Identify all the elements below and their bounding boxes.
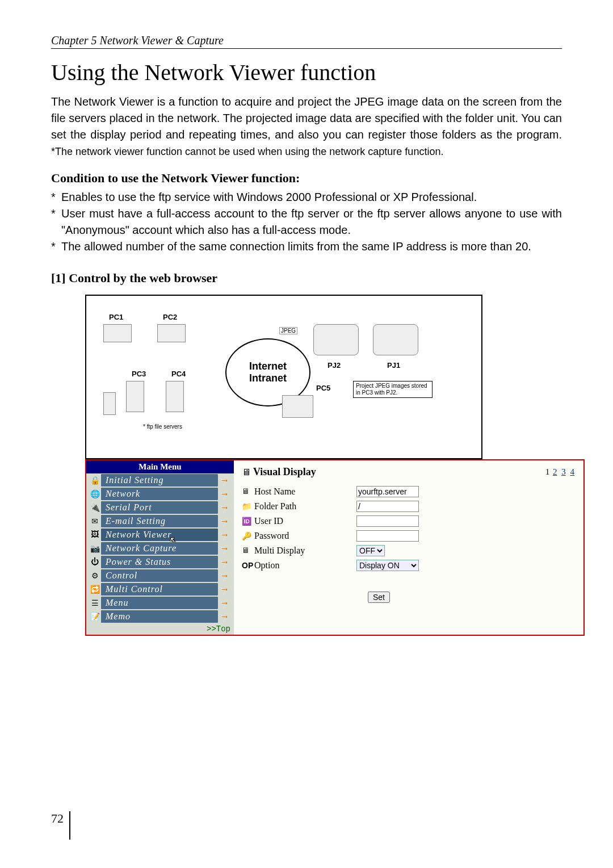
pager-current: 1 (545, 467, 550, 476)
projector-icon (313, 324, 359, 355)
ftp-note: * ftp file servers (143, 423, 182, 430)
arrow-right-icon: → (218, 530, 232, 540)
option-icon: OP (242, 561, 254, 570)
pj1-label: PJ1 (387, 361, 400, 370)
memo-icon: 📝 (89, 611, 101, 622)
content-title: Visual Display (253, 466, 545, 478)
projection-note: Project JPEG images stored in PC3 with P… (353, 381, 433, 398)
projector-icon (373, 324, 418, 355)
arrow-right-icon: → (218, 557, 232, 567)
arrow-right-icon: → (218, 543, 232, 553)
set-button[interactable]: Set (368, 592, 390, 603)
top-link[interactable]: >>Top (86, 623, 234, 635)
pc4-label: PC4 (171, 370, 186, 378)
mail-icon: ✉ (89, 516, 101, 526)
condition-item: *Enables to use the ftp service with Win… (51, 189, 562, 206)
subsection-heading: [1] Control by the web browser (51, 271, 562, 286)
viewer-icon: 🖼 (89, 530, 101, 540)
sidebar-item-menu[interactable]: ☰Menu→ (86, 596, 234, 610)
host-name-label: Host Name (254, 487, 356, 497)
host-icon: 🖥 (242, 487, 254, 496)
arrow-right-icon: → (218, 571, 232, 581)
network-icon: 🌐 (89, 489, 101, 499)
user-icon: 🆔 (242, 517, 254, 526)
laptop-icon (282, 395, 313, 418)
multi-icon: 🔁 (89, 584, 101, 594)
password-input[interactable] (356, 530, 419, 542)
display-icon: 🖥 (242, 467, 251, 477)
pager-link-4[interactable]: 4 (570, 467, 575, 476)
pc3-label: PC3 (132, 370, 146, 378)
sidebar-item-network-viewer[interactable]: 🖼Network Viewer→↖ (86, 528, 234, 542)
page-title: Using the Network Viewer function (51, 59, 562, 86)
pager: 1 2 3 4 (545, 467, 576, 477)
condition-heading: Condition to use the Network Viewer func… (51, 171, 562, 186)
sidebar-item-serial-port[interactable]: 🔌Serial Port→ (86, 501, 234, 514)
sidebar-item-control[interactable]: ⚙Control→ (86, 569, 234, 582)
arrow-right-icon: → (218, 489, 232, 499)
menu-icon: ☰ (89, 598, 101, 608)
main-menu-sidebar: Main Menu 🔒Initial Setting→ 🌐Network→ 🔌S… (86, 460, 234, 635)
sidebar-item-power-status[interactable]: ⏻Power & Status→ (86, 555, 234, 569)
sidebar-header: Main Menu (86, 460, 234, 473)
visual-display-form: 🖥 Visual Display 1 2 3 4 🖥 Host Name 📁 F… (234, 460, 583, 635)
laptop-icon (103, 324, 132, 342)
user-id-label: User ID (254, 516, 356, 526)
multi-display-label: Multi Display (254, 546, 356, 556)
pc2-label: PC2 (163, 313, 177, 321)
intro-text: The Network Viewer is a function to acqu… (51, 95, 562, 141)
port-icon: 🔌 (89, 502, 101, 513)
arrow-right-icon: → (218, 598, 232, 608)
gear-icon: ⚙ (89, 571, 101, 581)
user-id-input[interactable] (356, 515, 419, 527)
lock-icon: 🔒 (89, 475, 101, 485)
page-number: 72 (51, 811, 70, 840)
server-icon (103, 392, 116, 415)
jpeg-label: JPEG (279, 327, 297, 334)
sidebar-item-memo[interactable]: 📝Memo→ (86, 610, 234, 623)
folder-icon: 📁 (242, 502, 254, 511)
pager-link-2[interactable]: 2 (553, 467, 557, 476)
network-diagram: PC1 PC2 PC3 PC4 * ftp file servers Inter… (85, 295, 482, 459)
option-select[interactable]: Display ON (356, 560, 419, 571)
server-icon (126, 381, 144, 412)
chapter-header: Chapter 5 Network Viewer & Capture (51, 34, 562, 49)
folder-path-label: Folder Path (254, 501, 356, 511)
pc1-label: PC1 (109, 313, 123, 321)
host-name-input[interactable] (356, 486, 419, 497)
laptop-icon (157, 324, 186, 342)
condition-item: *User must have a full-access account to… (51, 206, 562, 238)
sidebar-item-network[interactable]: 🌐Network→ (86, 487, 234, 501)
pj2-label: PJ2 (328, 361, 341, 370)
arrow-right-icon: → (218, 475, 232, 485)
folder-path-input[interactable] (356, 501, 419, 512)
condition-item: *The allowed number of the same connecti… (51, 238, 562, 255)
arrow-right-icon: → (218, 516, 232, 526)
key-icon: 🔑 (242, 531, 254, 541)
server-icon (166, 381, 184, 412)
arrow-right-icon: → (218, 611, 232, 622)
sidebar-item-initial-setting[interactable]: 🔒Initial Setting→ (86, 473, 234, 487)
option-label: Option (254, 560, 356, 571)
intro-paragraph: The Network Viewer is a function to acqu… (51, 94, 562, 160)
arrow-right-icon: → (218, 502, 232, 513)
pc5-label: PC5 (316, 384, 330, 392)
capture-icon: 📷 (89, 543, 101, 553)
sidebar-item-multi-control[interactable]: 🔁Multi Control→ (86, 582, 234, 596)
power-icon: ⏻ (89, 557, 101, 567)
condition-list: *Enables to use the ftp service with Win… (51, 189, 562, 255)
multi-display-icon: 🖥 (242, 546, 254, 555)
sidebar-item-email-setting[interactable]: ✉E-mail Setting→ (86, 514, 234, 528)
pager-link-3[interactable]: 3 (561, 467, 566, 476)
multi-display-select[interactable]: OFF (356, 545, 385, 556)
intro-note: *The network viewer function cannot be u… (51, 146, 443, 157)
sidebar-item-network-capture[interactable]: 📷Network Capture→ (86, 542, 234, 555)
arrow-right-icon: → (218, 584, 232, 594)
password-label: Password (254, 531, 356, 541)
web-browser-panel: Main Menu 🔒Initial Setting→ 🌐Network→ 🔌S… (85, 459, 585, 636)
